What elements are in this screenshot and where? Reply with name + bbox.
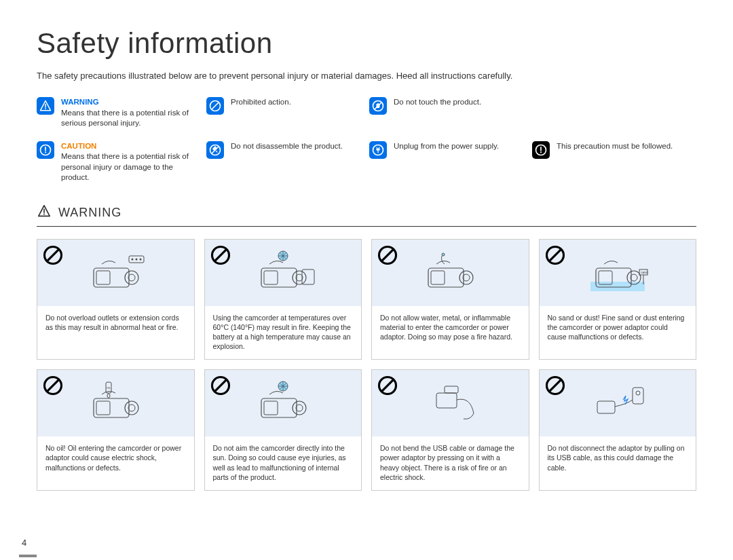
card-caption: Do not aim the camcorder directly into t…: [205, 436, 362, 490]
legend-warning-title: WARNING: [61, 97, 200, 108]
warning-triangle-icon: [37, 204, 52, 222]
legend-must-follow: This precaution must be followed.: [532, 141, 688, 183]
svg-text:OIL: OIL: [107, 386, 111, 390]
prohibited-icon: [545, 375, 565, 396]
prohibited-icon: [210, 375, 231, 396]
warning-triangle-icon: [37, 97, 54, 115]
warning-card: SAND No sand or dust! Fine sand or dust …: [539, 239, 697, 360]
legend-no-touch: Do not touch the product.: [369, 97, 525, 129]
card-caption: Do not allow water, metal, or inflammabl…: [372, 306, 529, 350]
legend-caution-title: CAUTION: [61, 141, 200, 152]
card-caption: Do not overload outlets or extension cor…: [37, 306, 194, 340]
card-caption: Do not disconnect the adaptor by pulling…: [540, 436, 696, 481]
warning-card: Using the camcorder at temperatures over…: [204, 239, 362, 360]
svg-point-37: [107, 394, 110, 398]
legend-no-touch-text: Do not touch the product.: [394, 97, 525, 129]
card-illustration: [372, 240, 529, 306]
must-follow-icon: [532, 141, 550, 159]
page-number: 4: [22, 538, 26, 548]
legend-unplug-text: Unplug from the power supply.: [394, 141, 525, 183]
card-illustration: [372, 370, 529, 436]
svg-rect-40: [445, 386, 458, 393]
legend-prohibited-text: Prohibited action.: [231, 97, 362, 129]
card-caption: Using the camcorder at temperatures over…: [205, 306, 362, 360]
section-heading: WARNING: [37, 204, 696, 222]
prohibited-icon: [206, 97, 224, 115]
svg-rect-41: [633, 388, 643, 404]
card-illustration: SAND: [540, 240, 696, 306]
section-divider: [37, 226, 696, 227]
svg-point-42: [636, 391, 640, 395]
warning-card: Do not aim the camcorder directly into t…: [204, 369, 362, 491]
card-illustration: [540, 370, 696, 436]
card-illustration: [205, 370, 362, 436]
legend-warning: WARNING Means that there is a potential …: [37, 97, 200, 129]
warning-card: Do not bend the USB cable or damage the …: [371, 369, 529, 491]
svg-point-25: [132, 258, 134, 260]
unplug-icon: [369, 141, 387, 159]
svg-rect-43: [597, 401, 615, 413]
prohibited-icon: [43, 245, 63, 265]
svg-point-27: [140, 258, 142, 260]
no-touch-icon: [369, 97, 387, 115]
warning-cards-row-2: OIL No oil! Oil entering the camcorder o…: [37, 369, 696, 491]
card-caption: No oil! Oil entering the camcorder or po…: [37, 436, 194, 481]
svg-rect-39: [436, 393, 457, 408]
warning-cards-row-1: Do not overload outlets or extension cor…: [37, 239, 696, 360]
svg-point-30: [442, 253, 445, 256]
warning-card: Do not overload outlets or extension cor…: [37, 239, 195, 360]
no-disassemble-icon: [206, 141, 224, 159]
section-heading-text: WARNING: [58, 206, 121, 220]
legend-no-disassemble-text: Do not disassemble the product.: [231, 141, 362, 183]
legend-must-follow-text: This precaution must be followed.: [557, 141, 688, 183]
legend-prohibited: Prohibited action.: [206, 97, 362, 129]
warning-card: OIL No oil! Oil entering the camcorder o…: [37, 369, 195, 491]
prohibited-icon: [377, 245, 398, 265]
warning-card: Do not disconnect the adaptor by pulling…: [539, 369, 697, 491]
prohibited-icon: [210, 245, 231, 265]
card-caption: No sand or dust! Fine sand or dust enter…: [540, 306, 696, 350]
svg-point-26: [136, 258, 138, 260]
svg-text:SAND: SAND: [641, 271, 648, 274]
card-illustration: [205, 240, 362, 306]
page-title: Safety information: [37, 27, 696, 60]
prohibited-icon: [377, 375, 398, 396]
legend-grid: WARNING Means that there is a potential …: [37, 97, 696, 183]
legend-unplug: Unplug from the power supply.: [369, 141, 525, 183]
page-tab-mark: [19, 555, 37, 557]
legend-caution-body: Means that there is a potential risk of …: [61, 151, 200, 183]
intro-text: The safety precautions illustrated below…: [37, 71, 696, 81]
warning-card: Do not allow water, metal, or inflammabl…: [371, 239, 529, 360]
card-illustration: OIL: [37, 370, 194, 436]
card-illustration: [37, 240, 194, 306]
legend-warning-body: Means that there is a potential risk of …: [61, 108, 200, 129]
legend-no-disassemble: Do not disassemble the product.: [206, 141, 362, 183]
caution-circle-icon: [37, 141, 54, 159]
prohibited-icon: [545, 245, 565, 265]
card-caption: Do not bend the USB cable or damage the …: [372, 436, 529, 490]
prohibited-icon: [43, 375, 63, 396]
legend-caution: CAUTION Means that there is a potential …: [37, 141, 200, 183]
